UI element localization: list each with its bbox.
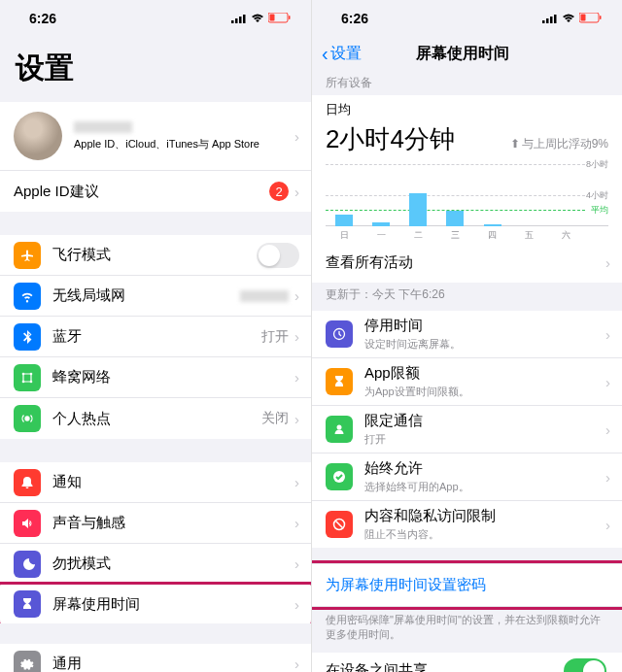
svg-rect-1 [235,18,238,23]
svg-rect-5 [270,15,275,21]
arrow-up-icon: ⬆ [510,137,520,151]
row-label: 通知 [52,473,294,491]
battery-icon [268,11,292,26]
settings-row-gear[interactable]: 通用› [0,644,311,672]
signal-icon [231,11,247,26]
passcode-highlight: 为屏幕使用时间设置密码 [311,560,622,610]
wifi-icon [14,283,41,310]
daily-avg-label: 日均 [326,101,608,118]
share-section: 在设备之间共享 [312,653,622,672]
downtime-icon [326,320,353,348]
daily-avg-time: 2小时4分钟 [326,122,455,156]
general-group: 通用›控制中心›AA显示与亮度› [0,644,311,672]
status-time: 6:26 [341,11,368,26]
settings-row-hourglass[interactable]: App限额为App设置时间限额。› [312,358,622,406]
chevron-right-icon: › [294,515,299,531]
svg-point-9 [30,372,33,375]
settings-row-block[interactable]: 内容和隐私访问限制阻止不当内容。› [312,501,622,548]
row-detail: 打开 [261,328,289,346]
cellular-icon [14,364,41,391]
svg-rect-18 [546,18,549,23]
status-bar: 6:26 [312,0,622,37]
settings-row-bluetooth[interactable]: 蓝牙打开› [0,317,311,357]
svg-rect-17 [542,20,545,23]
phone-left: 6:26 设置 Apple ID、iCloud、iTunes与 App Stor… [0,0,311,672]
settings-row-bell[interactable]: 通知› [0,462,311,503]
chevron-right-icon: › [605,254,610,271]
badge: 2 [269,182,289,201]
settings-row-moon[interactable]: 勿扰模式› [0,544,311,585]
chevron-right-icon: › [294,184,299,200]
hourglass-icon [14,590,41,618]
sound-icon [14,510,41,537]
svg-rect-3 [243,15,246,23]
row-label: 无线局域网 [52,286,240,305]
row-label: 屏幕使用时间 [52,595,294,614]
row-sub: 选择始终可用的App。 [364,480,605,494]
passcode-footer: 使用密码保障"屏幕使用时间"的设置，并在达到限额时允许更多使用时间。 [312,607,622,653]
profile-row[interactable]: Apple ID、iCloud、iTunes与 App Store › [0,102,311,171]
view-all-activity-row[interactable]: 查看所有活动 › [312,242,622,283]
change-indicator: ⬆ 与上周比浮动9% [510,136,608,152]
toggle[interactable] [257,243,299,268]
settings-row-downtime[interactable]: 停用时间设定时间远离屏幕。› [312,311,622,358]
row-detail: 关闭 [261,410,289,427]
chart-bar [484,224,501,226]
chevron-right-icon: › [605,517,610,533]
settings-row-hotspot[interactable]: 个人热点关闭› [0,398,311,439]
share-toggle[interactable] [564,658,606,672]
contact-icon [326,416,353,443]
notifications-group: 通知›声音与触感›勿扰模式›屏幕使用时间› [0,462,311,623]
settings-row-sound[interactable]: 声音与触感› [0,503,311,544]
chevron-right-icon: › [294,474,299,490]
bell-icon [14,469,41,496]
updated-label: 更新于：今天 下午6:26 [312,283,622,307]
chevron-right-icon: › [294,411,299,427]
share-across-devices-row[interactable]: 在设备之间共享 [312,653,622,672]
svg-point-7 [22,372,25,375]
value-redacted [240,290,289,302]
block-icon [326,511,353,538]
view-all-label: 查看所有活动 [326,253,605,272]
usage-summary: 日均 2小时4分钟 ⬆ 与上周比浮动9% 8小时4小时平均 日一二三四五六 查看… [312,95,622,283]
signal-icon [542,11,558,26]
battery-icon [579,11,603,26]
x-tick: 二 [414,229,423,242]
row-label: 内容和隐私访问限制 [364,507,605,525]
svg-point-11 [25,417,29,420]
settings-row-hourglass[interactable]: 屏幕使用时间› [0,582,311,623]
x-tick: 六 [562,229,570,242]
x-tick: 三 [451,229,460,242]
row-label: 个人热点 [52,410,261,428]
page-title: 设置 [0,37,311,102]
set-passcode-link[interactable]: 为屏幕使用时间设置密码 [312,563,622,607]
row-sub: 设定时间远离屏幕。 [364,337,605,352]
chevron-right-icon: › [294,369,299,386]
svg-rect-2 [239,17,242,23]
chevron-right-icon: › [294,128,299,145]
settings-row-contact[interactable]: 限定通信打开› [312,406,622,454]
settings-row-airplane[interactable]: 飞行模式 [0,235,311,276]
svg-rect-22 [581,15,586,21]
settings-row-check[interactable]: 始终允许选择始终可用的App。› [312,454,622,501]
apple-id-suggestion-row[interactable]: Apple ID建议 2 › [0,171,311,212]
profile-section: Apple ID、iCloud、iTunes与 App Store › Appl… [0,102,311,212]
row-label: 限定通信 [364,412,605,430]
row-label: App限额 [364,364,605,383]
usage-chart: 8小时4小时平均 日一二三四五六 [312,164,622,242]
settings-row-cellular[interactable]: 蜂窝网络› [0,357,311,398]
chevron-right-icon: › [605,421,610,438]
profile-sub: Apple ID、iCloud、iTunes与 App Store [74,137,294,151]
profile-name-redacted [74,121,132,133]
screen-time-options: 停用时间设定时间远离屏幕。›App限额为App设置时间限额。›限定通信打开›始终… [312,311,622,548]
settings-row-wifi[interactable]: 无线局域网› [0,276,311,317]
row-sub: 为App设置时间限额。 [364,385,605,399]
svg-point-10 [30,380,33,383]
share-label: 在设备之间共享 [326,661,564,672]
row-sub: 打开 [364,432,605,447]
hourglass-icon [326,368,353,395]
chevron-right-icon: › [294,555,299,572]
svg-rect-0 [231,20,234,23]
wifi-icon [562,11,575,26]
chevron-right-icon: › [294,328,299,345]
